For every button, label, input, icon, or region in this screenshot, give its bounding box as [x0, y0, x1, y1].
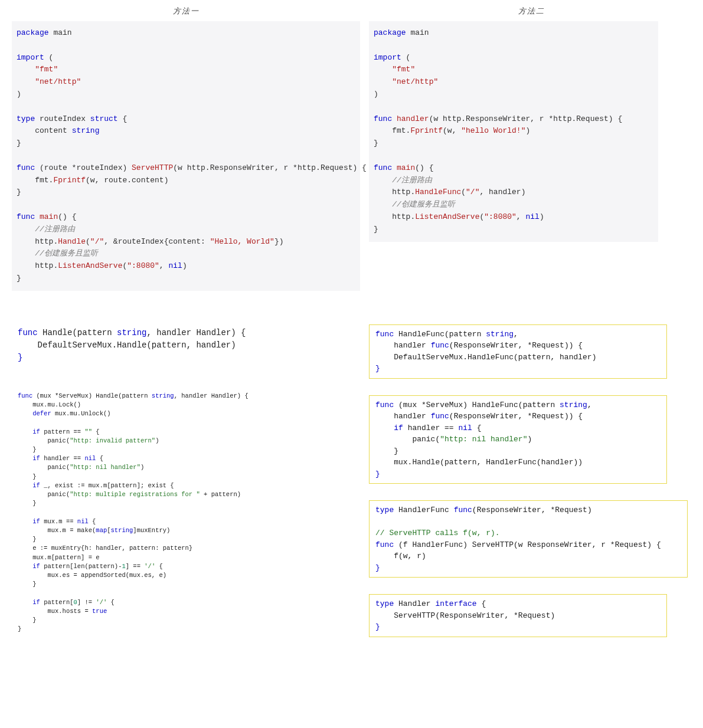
code-block-servemux-handlefunc: func (mux *ServeMux) HandleFunc(pattern …: [369, 395, 667, 484]
column-method-1: 方法一 package main import ( "fmt" "net/htt…: [12, 6, 360, 638]
heading-method-2: 方法二: [369, 6, 694, 17]
code-block-servemux-handle: func (mux *ServeMux) Handle(pattern stri…: [12, 388, 360, 638]
code-block-handlefunc: func HandleFunc(pattern string, handler …: [369, 324, 667, 379]
page: 方法一 package main import ( "fmt" "net/htt…: [0, 0, 703, 728]
code-block-method-2: package main import ( "fmt" "net/http" )…: [369, 21, 658, 242]
code-block-method-1: package main import ( "fmt" "net/http" )…: [12, 21, 360, 291]
heading-method-1: 方法一: [12, 6, 360, 17]
column-method-2: 方法二 package main import ( "fmt" "net/htt…: [369, 6, 694, 654]
code-block-handle: func Handle(pattern string, handler Hand…: [12, 323, 360, 368]
code-block-handlerfunc-type: type HandlerFunc func(ResponseWriter, *R…: [369, 500, 688, 578]
code-block-handler-interface: type Handler interface { ServeHTTP(Respo…: [369, 594, 667, 637]
